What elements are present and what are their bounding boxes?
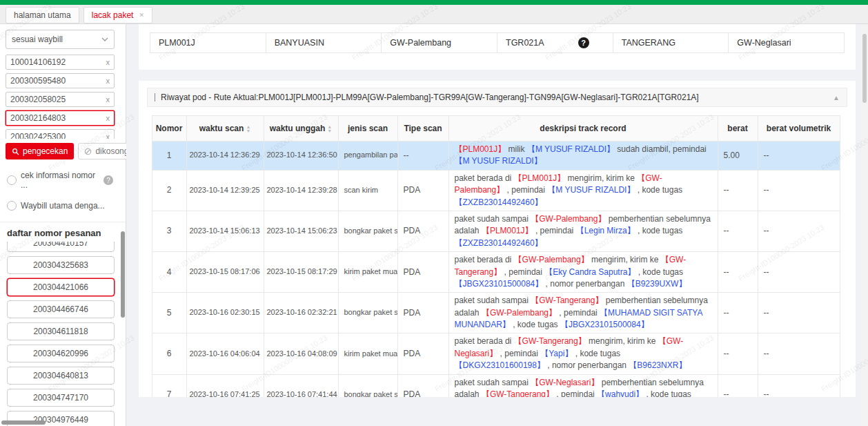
section-title: Riwayat pod - Rute Aktual:PLM001J[PLM001…: [161, 93, 699, 102]
cell-deskripsi: paket berada di 【PLM001J】 mengirim, kiri…: [448, 170, 718, 211]
main-scrollbar-thumb[interactable]: [862, 34, 867, 103]
main-scrollbar-track[interactable]: [861, 24, 868, 426]
cell-deskripsi: paket sudah sampai 【GW-Neglasari】 pember…: [448, 374, 718, 397]
waybill-chip[interactable]: 200302058025x: [6, 92, 115, 107]
cell-berat: --: [718, 293, 758, 333]
collapse-icon[interactable]: ▲: [833, 94, 840, 101]
cell-waktu-unggah: 2023-10-14 12:36:50: [264, 142, 338, 171]
desc-segment: , pemindai: [557, 308, 600, 318]
cell-waktu-unggah: 2023-10-16 02:32:21: [264, 293, 338, 333]
cell-tipe-scan: --: [397, 142, 448, 171]
waybill-number: 100014106192: [10, 57, 66, 67]
summary-cell: TGR021A?: [497, 33, 613, 52]
sidebar: sesuai waybill 100014106192x200300595480…: [0, 24, 126, 426]
column-header[interactable]: waktu scan▲▼: [186, 116, 264, 142]
desc-segment: , kode tugas: [635, 226, 683, 235]
app-root: Freight-ID100000-2023 10:23Freight-ID100…: [0, 0, 868, 426]
column-label: Tipe scan: [404, 124, 442, 133]
cell-deskripsi: paket berada di 【GW-Palembang】 mengirim,…: [448, 252, 718, 293]
remove-waybill-icon[interactable]: x: [106, 95, 110, 104]
summary-cell: PLM001J: [150, 33, 266, 52]
radio-cek-informasi[interactable]: cek informasi nomor ... ?: [7, 171, 119, 190]
summary-value: BANYUASIN: [275, 38, 324, 48]
waybill-chip[interactable]: 100014106192x: [6, 55, 115, 70]
sidebar-scrollbar-thumb[interactable]: [121, 231, 125, 318]
waybill-chip[interactable]: 200302164803x: [6, 110, 115, 126]
main-area: PLM001JBANYUASINGW-PalembangTGR021A?TANG…: [126, 24, 868, 426]
cell-tipe-scan: PDA: [397, 170, 448, 211]
help-badge-icon[interactable]: ?: [578, 37, 589, 48]
tab-halaman-utama[interactable]: halaman utama: [6, 7, 79, 23]
desc-segment: 【JBGX23101500084】: [560, 320, 649, 329]
order-number-item[interactable]: 200304640813: [7, 367, 115, 385]
help-icon[interactable]: ?: [103, 175, 113, 185]
sort-icons: ▲▼: [246, 125, 250, 133]
desc-segment: , pemindai: [502, 267, 544, 277]
column-header: berat: [718, 116, 758, 142]
desc-segment: 【B9623NXR】: [629, 360, 687, 370]
close-tab-icon[interactable]: ✕: [139, 12, 144, 19]
desc-segment: 【JBGX23101500084】: [455, 279, 544, 289]
summary-value: TGR021A: [506, 38, 544, 48]
cell-tipe-scan: PDA: [397, 333, 448, 374]
desc-segment: paket sudah sampai: [455, 214, 531, 224]
desc-segment: , kode tugas: [635, 267, 683, 277]
table-row: 22023-10-14 12:39:252023-10-14 12:39:28s…: [152, 170, 840, 211]
order-number-item[interactable]: 200304410157: [7, 242, 115, 252]
order-number-item[interactable]: 200304466746: [7, 300, 115, 318]
cell-jenis-scan: pengambilan paket: [338, 142, 397, 171]
remove-waybill-icon[interactable]: x: [106, 77, 110, 85]
desc-segment: paket berada di: [455, 173, 514, 183]
column-label: berat: [727, 124, 747, 133]
column-header: berat volumetrik: [758, 116, 840, 142]
cell-berat: --: [718, 252, 758, 293]
cell-tipe-scan: PDA: [397, 252, 448, 293]
order-number-item[interactable]: 200304421066: [7, 278, 115, 296]
order-number-item[interactable]: 200304325683: [7, 256, 115, 274]
radio-waybill-utama[interactable]: Waybill utama denga...: [7, 201, 119, 211]
waybill-number: 200302164803: [10, 113, 66, 123]
sidebar-hscrollbar-thumb[interactable]: [1, 420, 46, 425]
cell-nomor: 3: [152, 211, 186, 251]
summary-value: TANGERANG: [622, 38, 675, 48]
desc-segment: 【GW-Tangerang】: [531, 296, 603, 305]
riwayat-header[interactable]: Riwayat pod - Rute Aktual:PLM001J[PLM001…: [147, 88, 847, 107]
cell-berat-volumetrik: --: [758, 252, 840, 293]
desc-segment: 【PLM001J】: [455, 144, 506, 154]
pengecekan-button[interactable]: pengecekan: [6, 143, 74, 159]
summary-value: GW-Palembang: [390, 38, 451, 48]
desc-segment: 【B9239UXW】: [627, 279, 687, 289]
tab-lacak-paket[interactable]: lacak paket ✕: [83, 7, 152, 23]
waybill-chip[interactable]: 200302425300x: [6, 129, 115, 139]
desc-segment: mengirim, kirim ke: [586, 336, 658, 346]
remove-waybill-icon[interactable]: x: [106, 133, 110, 139]
cell-waktu-unggah: 2023-10-16 07:41:44: [264, 374, 338, 397]
waybill-list: 100014106192x200300595480x200302058025x2…: [0, 55, 126, 139]
cell-waktu-scan: 2023-10-14 12:39:25: [186, 170, 264, 211]
column-header[interactable]: waktu unggah▲▼: [264, 116, 338, 142]
waybill-type-select[interactable]: sesuai waybill: [6, 30, 115, 49]
cell-jenis-scan: kirim paket muatan: [338, 252, 397, 293]
sort-desc-icon[interactable]: ▼: [327, 129, 332, 133]
order-number-item[interactable]: 200304747170: [7, 389, 115, 407]
column-label: waktu unggah: [270, 124, 326, 133]
cell-waktu-scan: 2023-10-14 12:36:29: [186, 142, 264, 171]
cell-waktu-unggah: 2023-10-14 15:06:23: [264, 211, 338, 251]
waybill-chip[interactable]: 200300595480x: [6, 73, 115, 88]
order-number-item[interactable]: 200304620996: [7, 345, 115, 362]
remove-waybill-icon[interactable]: x: [106, 114, 110, 122]
column-label: berat volumetrik: [767, 124, 831, 133]
cell-tipe-scan: PDA: [397, 293, 448, 333]
desc-segment: 【GW-Palembang】: [531, 214, 606, 224]
remove-waybill-icon[interactable]: x: [106, 58, 110, 66]
cell-tipe-scan: PDA: [397, 374, 448, 397]
cell-deskripsi: 【PLM001J】 milik 【M YUSUF RIZALDI】 sudah …: [448, 142, 718, 171]
cell-jenis-scan: bongkar paket sampai: [338, 293, 397, 333]
cell-waktu-scan: 2023-10-16 07:41:25: [186, 374, 264, 397]
cell-deskripsi: paket sudah sampai 【GW-Tangerang】 pember…: [448, 293, 718, 333]
column-label: deskripsi track record: [540, 124, 626, 133]
sort-desc-icon[interactable]: ▼: [246, 129, 250, 133]
desc-segment: , pemindai: [533, 226, 576, 235]
order-number-item[interactable]: 200304611818: [7, 322, 115, 340]
desc-segment: 【M YUSUF RIZALDI】: [547, 185, 635, 195]
